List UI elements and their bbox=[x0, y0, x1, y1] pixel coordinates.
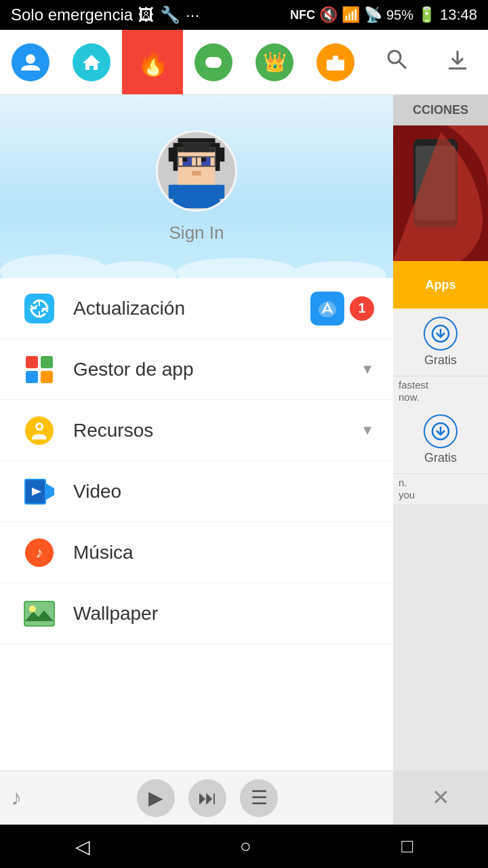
right-small-text-1: fastest now. bbox=[393, 376, 488, 406]
time-text: 13:48 bbox=[440, 6, 477, 24]
home-icon bbox=[73, 43, 110, 81]
right-header-text: CCIONES bbox=[413, 103, 468, 117]
battery-text: 95% bbox=[386, 7, 413, 23]
n-text: n. bbox=[399, 477, 407, 488]
svg-point-11 bbox=[0, 254, 108, 278]
menu-item-gestor[interactable]: Gestor de app ▼ bbox=[0, 339, 393, 400]
home-button[interactable]: ○ bbox=[220, 829, 272, 864]
avatar[interactable] bbox=[156, 130, 237, 212]
video-label: Video bbox=[73, 481, 374, 502]
fastest-text: fastest bbox=[399, 379, 428, 391]
chevron-icon-recursos: ▼ bbox=[361, 422, 374, 438]
nfc-icon: NFC bbox=[290, 8, 315, 22]
actualizacion-label: Actualización bbox=[73, 298, 310, 319]
menu-item-actualizacion[interactable]: Actualización 1 bbox=[0, 278, 393, 339]
update-icon bbox=[19, 288, 60, 329]
right-gratis-item-1[interactable]: Gratis bbox=[393, 309, 488, 376]
svg-rect-33 bbox=[182, 142, 210, 152]
svg-point-44 bbox=[37, 425, 41, 429]
svg-point-53 bbox=[29, 606, 36, 612]
drawer: Sign In Actualización bbox=[0, 95, 393, 770]
download-icon bbox=[446, 48, 469, 77]
battery-icon: 🔋 bbox=[418, 6, 436, 24]
briefcase-icon bbox=[317, 43, 354, 81]
nav-item-briefcase[interactable] bbox=[305, 30, 366, 94]
menu-item-recursos[interactable]: Recursos ▼ bbox=[0, 400, 393, 461]
svg-rect-41 bbox=[41, 371, 53, 383]
status-bar-left: Solo emergencia 🖼 🔧 ··· bbox=[11, 5, 199, 24]
right-panel-header: CCIONES bbox=[393, 95, 488, 125]
svg-rect-29 bbox=[192, 171, 201, 176]
svg-rect-6 bbox=[327, 60, 344, 71]
status-bar: Solo emergencia 🖼 🔧 ··· NFC 🔇 📶 📡 95% 🔋 … bbox=[0, 0, 488, 30]
you-text: you bbox=[399, 489, 415, 500]
nav-item-profile[interactable] bbox=[0, 30, 61, 94]
wallpaper-icon bbox=[19, 593, 60, 634]
menu-item-wallpaper[interactable]: Wallpaper bbox=[0, 583, 393, 644]
badge-container: 1 bbox=[310, 292, 374, 326]
nav-item-games[interactable] bbox=[183, 30, 244, 94]
svg-line-8 bbox=[399, 61, 406, 68]
carrier-text: Solo emergencia bbox=[11, 5, 133, 24]
menu-list: Actualización 1 bbox=[0, 278, 393, 770]
menu-item-musica[interactable]: ♪ Música bbox=[0, 522, 393, 583]
svg-point-5 bbox=[215, 62, 217, 64]
svg-rect-15 bbox=[178, 138, 216, 142]
chevron-icon-gestor: ▼ bbox=[361, 361, 374, 377]
wifi-icon: 📶 bbox=[342, 6, 360, 24]
gratis-text-1: Gratis bbox=[424, 353, 457, 368]
wrench-icon: 🔧 bbox=[160, 5, 180, 24]
more-icon: ··· bbox=[186, 5, 199, 24]
svg-rect-36 bbox=[24, 294, 54, 323]
gestor-label: Gestor de app bbox=[73, 359, 361, 380]
wallpaper-label: Wallpaper bbox=[73, 603, 374, 625]
svg-rect-31 bbox=[169, 184, 178, 199]
musica-label: Música bbox=[73, 542, 374, 564]
gratis-download-icon-1 bbox=[424, 317, 458, 351]
right-gratis-item-2[interactable]: Gratis bbox=[393, 406, 488, 474]
nav-item-trending[interactable]: 🔥 bbox=[122, 30, 183, 94]
svg-text:♪: ♪ bbox=[36, 544, 43, 561]
nav-item-crown[interactable]: 👑 bbox=[244, 30, 305, 94]
svg-point-13 bbox=[176, 258, 298, 278]
svg-rect-26 bbox=[201, 157, 206, 161]
status-bar-right: NFC 🔇 📶 📡 95% 🔋 13:48 bbox=[290, 6, 477, 24]
profile-icon bbox=[12, 43, 49, 81]
right-image-1 bbox=[393, 125, 488, 261]
svg-rect-39 bbox=[41, 356, 53, 368]
music-icon: ♪ bbox=[19, 532, 60, 573]
svg-rect-40 bbox=[26, 371, 38, 383]
svg-rect-34 bbox=[178, 147, 183, 152]
right-small-text-2: n. you bbox=[393, 474, 488, 504]
crown-icon: 👑 bbox=[256, 43, 293, 81]
svg-rect-35 bbox=[211, 147, 216, 152]
profile-section: Sign In bbox=[0, 95, 393, 278]
cloud-decoration bbox=[0, 237, 393, 278]
nav-bar: 🔥 👑 bbox=[0, 30, 488, 95]
apps-text: Apps bbox=[426, 278, 456, 292]
app-manager-icon bbox=[19, 349, 60, 390]
recursos-icon bbox=[19, 410, 60, 451]
menu-item-video[interactable]: Video bbox=[0, 461, 393, 522]
nav-item-search[interactable] bbox=[366, 30, 427, 94]
mute-icon: 🔇 bbox=[319, 6, 338, 24]
photo-icon: 🖼 bbox=[138, 5, 155, 24]
gratis-download-icon-2 bbox=[424, 414, 458, 448]
right-image-decoration bbox=[393, 125, 488, 261]
bottom-nav: ◁ ○ □ bbox=[0, 825, 488, 868]
svg-point-0 bbox=[26, 54, 35, 64]
now-text: now. bbox=[399, 391, 420, 403]
svg-rect-30 bbox=[174, 184, 220, 208]
svg-rect-38 bbox=[26, 356, 38, 368]
svg-point-14 bbox=[291, 261, 386, 278]
nav-item-download[interactable] bbox=[427, 30, 488, 94]
back-button[interactable]: ◁ bbox=[55, 829, 110, 865]
svg-point-4 bbox=[217, 60, 219, 62]
avatar-image bbox=[159, 134, 234, 208]
recents-button[interactable]: □ bbox=[381, 829, 433, 864]
flame-icon: 🔥 bbox=[137, 47, 169, 77]
nav-item-home[interactable] bbox=[61, 30, 122, 94]
main-container: Sign In Actualización bbox=[0, 95, 488, 770]
signal-icon: 📡 bbox=[364, 6, 382, 24]
svg-rect-52 bbox=[25, 602, 54, 625]
